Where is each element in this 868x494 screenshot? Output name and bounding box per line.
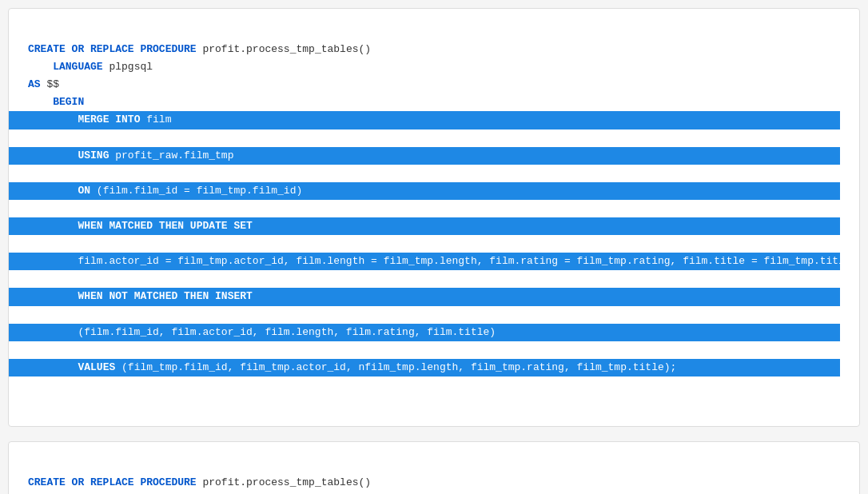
sel-line-6: USING profit_raw.film_tmp: [9, 147, 840, 165]
sel-line-8: WHEN MATCHED THEN UPDATE SET: [9, 217, 840, 235]
line-1: CREATE OR REPLACE PROCEDURE profit.proce…: [28, 43, 371, 108]
code-block-2: CREATE OR REPLACE PROCEDURE profit.proce…: [28, 456, 840, 494]
line-2-1: CREATE OR REPLACE PROCEDURE profit.proce…: [28, 476, 371, 494]
code-panel-1: CREATE OR REPLACE PROCEDURE profit.proce…: [8, 8, 860, 427]
sel-line-5: MERGE INTO film: [9, 111, 840, 129]
code-block-1: CREATE OR REPLACE PROCEDURE profit.proce…: [28, 23, 840, 412]
page-wrapper: CREATE OR REPLACE PROCEDURE profit.proce…: [0, 0, 868, 494]
sel-line-12: VALUES (film_tmp.film_id, film_tmp.actor…: [9, 359, 840, 376]
sel-line-7: ON (film.film_id = film_tmp.film_id): [9, 182, 840, 200]
sel-line-11: (film.film_id, film.actor_id, film.lengt…: [9, 324, 840, 341]
sel-line-10: WHEN NOT MATCHED THEN INSERT: [9, 288, 840, 305]
sel-line-9: film.actor_id = film_tmp.actor_id, film.…: [9, 253, 840, 270]
code-panel-2: CREATE OR REPLACE PROCEDURE profit.proce…: [8, 441, 860, 494]
